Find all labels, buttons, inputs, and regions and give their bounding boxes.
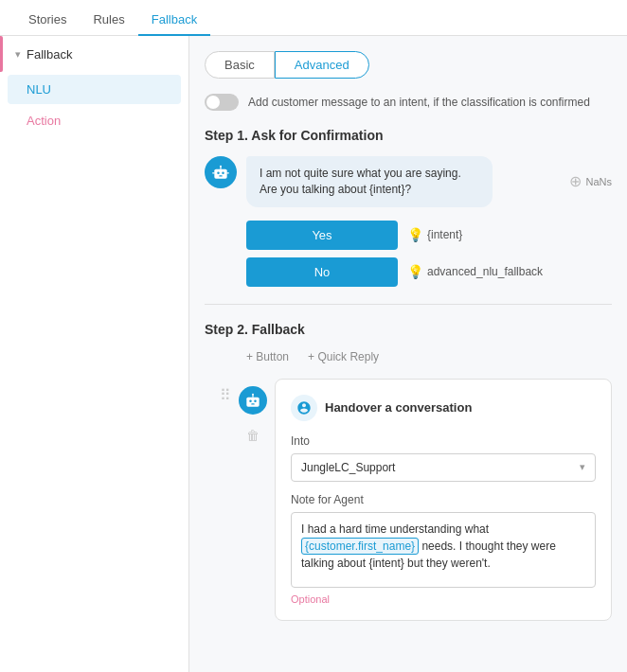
yes-row: Yes 💡 {intent} bbox=[246, 221, 612, 250]
svg-point-2 bbox=[222, 172, 224, 175]
no-intent-value: advanced_nlu_fallback bbox=[427, 265, 543, 278]
nans-label: ⊕ NaNs bbox=[569, 172, 612, 190]
into-label: Into bbox=[291, 434, 596, 448]
svg-point-1 bbox=[217, 172, 220, 175]
no-row: No 💡 advanced_nlu_fallback bbox=[246, 257, 612, 287]
no-intent-label: 💡 advanced_nlu_fallback bbox=[407, 264, 543, 279]
yes-intent-value: {intent} bbox=[427, 228, 462, 241]
nav-stories[interactable]: Stories bbox=[15, 5, 80, 36]
step1-heading: Step 1. Ask for Confirmation bbox=[205, 128, 612, 143]
bot-icon bbox=[211, 163, 230, 182]
toggle-knob bbox=[206, 96, 220, 109]
add-quick-reply-action[interactable]: + Quick Reply bbox=[308, 350, 379, 363]
tab-basic[interactable]: Basic bbox=[205, 51, 275, 79]
step2-bot-icon bbox=[243, 391, 262, 410]
svg-point-5 bbox=[220, 166, 222, 168]
svg-rect-11 bbox=[251, 403, 254, 404]
add-to-intent-toggle[interactable] bbox=[205, 94, 239, 111]
svg-point-9 bbox=[249, 399, 252, 402]
handover-header: Handover a conversation bbox=[291, 395, 596, 421]
chat-bubble: I am not quite sure what you are saying.… bbox=[246, 156, 493, 207]
sidebar-item-action[interactable]: Action bbox=[0, 106, 188, 135]
bulb-icon-yes: 💡 bbox=[407, 227, 423, 242]
nans-icon: ⊕ bbox=[569, 172, 582, 190]
step1-chat-row: I am not quite sure what you are saying.… bbox=[205, 156, 612, 207]
svg-rect-8 bbox=[246, 397, 259, 406]
nav-fallback[interactable]: Fallback bbox=[138, 5, 210, 36]
action-row: + Button + Quick Reply bbox=[246, 350, 612, 363]
bubble-text: I am not quite sure what you are saying.… bbox=[260, 167, 461, 196]
no-button[interactable]: No bbox=[246, 257, 398, 287]
main-layout: ▾ Fallback NLU Action Basic Advanced Add… bbox=[0, 36, 627, 672]
svg-rect-0 bbox=[214, 169, 226, 179]
note-highlight: {customer.first_name} bbox=[301, 538, 419, 555]
bulb-icon-no: 💡 bbox=[407, 264, 423, 279]
handover-title: Handover a conversation bbox=[325, 400, 472, 415]
divider bbox=[205, 304, 612, 305]
step2-bot-avatar bbox=[239, 386, 267, 415]
svg-point-13 bbox=[252, 393, 254, 395]
note-line1: I had a hard time understanding what bbox=[301, 522, 489, 536]
sidebar-section-fallback[interactable]: ▾ Fallback bbox=[0, 36, 188, 73]
select-chevron-icon: ▾ bbox=[580, 461, 585, 473]
yes-button[interactable]: Yes bbox=[246, 221, 398, 250]
sidebar-section-wrapper: ▾ Fallback bbox=[0, 36, 188, 73]
toggle-label: Add customer message to an intent, if th… bbox=[248, 96, 590, 109]
sidebar-item-nlu[interactable]: NLU bbox=[8, 75, 181, 104]
add-button-action[interactable]: + Button bbox=[246, 350, 289, 363]
svg-rect-3 bbox=[219, 175, 222, 176]
select-value: JungleLC_Support bbox=[301, 461, 395, 474]
note-label: Note for Agent bbox=[291, 493, 596, 506]
handover-icon bbox=[291, 395, 317, 421]
svg-point-10 bbox=[254, 399, 257, 402]
drag-handle-icon[interactable]: ⠿ bbox=[220, 386, 231, 404]
into-select[interactable]: JungleLC_Support ▾ bbox=[291, 453, 596, 482]
main-content: Basic Advanced Add customer message to a… bbox=[189, 36, 627, 672]
top-nav: Stories Rules Fallback bbox=[0, 0, 627, 36]
toggle-row: Add customer message to an intent, if th… bbox=[205, 94, 612, 111]
sidebar-section-label: Fallback bbox=[27, 47, 72, 62]
bot-avatar bbox=[205, 156, 237, 188]
handover-wrapper: ⠿ 🗑 bbox=[220, 379, 612, 621]
note-field[interactable]: I had a hard time understanding what {cu… bbox=[291, 512, 596, 588]
delete-icon[interactable]: 🗑 bbox=[246, 428, 260, 443]
tab-row: Basic Advanced bbox=[205, 51, 612, 79]
nans-value: NaNs bbox=[585, 176, 612, 187]
optional-label: Optional bbox=[291, 593, 596, 605]
tab-advanced[interactable]: Advanced bbox=[275, 51, 369, 79]
nav-rules[interactable]: Rules bbox=[80, 5, 137, 36]
chevron-icon: ▾ bbox=[15, 48, 21, 61]
sidebar: ▾ Fallback NLU Action bbox=[0, 36, 189, 672]
yes-intent-label: 💡 {intent} bbox=[407, 227, 462, 242]
step2-heading: Step 2. Fallback bbox=[205, 322, 612, 337]
handover-svg-icon bbox=[296, 400, 312, 416]
handover-card: Handover a conversation Into JungleLC_Su… bbox=[275, 379, 612, 621]
